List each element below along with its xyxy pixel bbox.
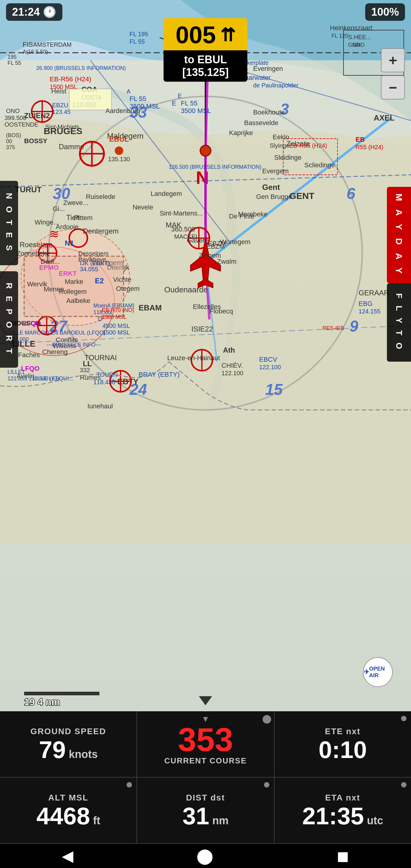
svg-text:N1: N1 — [65, 239, 74, 247]
battery-display: 100% — [365, 3, 405, 21]
report-button[interactable]: R E P O R T — [0, 271, 18, 368]
svg-text:EBG: EBG — [358, 300, 373, 307]
svg-text:LILLE MARCOQ EN BAROEUL (LFQO): LILLE MARCOQ EN BAROEUL (LFQO) — [9, 330, 105, 336]
svg-text:Sint-Michiels: Sint-Michiels — [45, 124, 79, 130]
svg-text:375: 375 — [6, 144, 15, 150]
svg-text:FL 195: FL 195 — [130, 31, 148, 37]
svg-text:Dadi...: Dadi... — [41, 258, 60, 265]
alt-unit: ft — [93, 814, 100, 827]
map-svg: 33 30 3 6 27 9 24 15 N BRUGES Mal — [0, 0, 411, 711]
home-button[interactable]: ⬤ — [196, 847, 213, 865]
svg-text:Scliedinge: Scliedinge — [304, 161, 335, 169]
svg-text:R55 (H24): R55 (H24) — [355, 144, 383, 150]
ete-value: 0:10 — [318, 738, 367, 762]
svg-text:LILLE1: LILLE1 — [7, 369, 25, 375]
svg-text:Aardenburg: Aardenburg — [105, 107, 140, 115]
svg-text:122.100: 122.100 — [221, 370, 243, 376]
svg-text:Sint-Martens...: Sint-Martens... — [160, 210, 203, 217]
svg-text:A: A — [127, 88, 131, 95]
svg-text:Gent: Gent — [262, 183, 280, 192]
mayday-button[interactable]: M A Y D A Y — [387, 187, 411, 283]
svg-text:BOSSY: BOSSY — [24, 137, 47, 145]
alt-value: 4468 — [36, 804, 90, 828]
svg-text:De Pinte: De Pinte — [229, 213, 254, 220]
zoom-in-button[interactable]: + — [381, 48, 405, 72]
svg-rect-211 — [24, 692, 99, 695]
time-display: 21:24 🕐 — [6, 3, 62, 21]
back-button[interactable]: ◀ — [62, 847, 73, 865]
svg-text:EB: EB — [355, 135, 365, 143]
svg-text:AMSTERDAM: AMSTERDAM — [33, 41, 72, 48]
svg-text:Leuze-en-Hainaut: Leuze-en-Hainaut — [167, 354, 220, 362]
current-course-value: 353 — [178, 723, 233, 756]
svg-text:Vichte: Vichte — [113, 276, 131, 283]
svg-text:Slyinge: Slyinge — [270, 142, 290, 149]
eta-unit: utc — [367, 814, 383, 827]
alt-dot — [127, 782, 132, 787]
svg-text:EB-R70 (NO): EB-R70 (NO) — [102, 307, 134, 313]
svg-text:Nevele: Nevele — [133, 204, 153, 211]
alt-msl-cell: ALT MSL 4468 ft — [0, 778, 137, 843]
openair-button[interactable]: ✈OPEN AIR — [363, 657, 393, 687]
openair-label: OPEN AIR — [369, 665, 392, 679]
map-container[interactable]: 33 30 3 6 27 9 24 15 N BRUGES Mal — [0, 0, 411, 711]
dist-label: DIST dst — [186, 793, 225, 803]
notes-button[interactable]: N O T E S — [0, 181, 18, 265]
ground-speed-value: 79 — [39, 738, 66, 762]
heading-chevrons-icon: ⇈ — [220, 24, 235, 45]
svg-text:Chereng: Chereng — [42, 348, 67, 355]
svg-text:RES-IEB: RES-IEB — [322, 325, 344, 331]
svg-text:1500 MSL: 1500 MSL — [102, 329, 130, 336]
heading-number: 005 ⇈ — [164, 18, 247, 50]
svg-text:Landegem: Landegem — [151, 190, 182, 197]
svg-text:399.500: 399.500 — [4, 115, 26, 121]
svg-text:2500 MSL: 2500 MSL — [102, 314, 127, 320]
svg-text:LILLE LESQUI...: LILLE LESQUI... — [33, 375, 73, 381]
svg-text:EB-R55 (H24): EB-R55 (H24) — [289, 142, 327, 149]
nav-bar: ◀ ⬤ ◼ — [0, 844, 411, 868]
svg-text:34.055: 34.055 — [80, 266, 98, 273]
eta-dot — [401, 782, 407, 787]
svg-point-81 — [115, 147, 123, 155]
recent-apps-button[interactable]: ◼ — [337, 847, 349, 865]
svg-text:CHIÉV.: CHIÉV. — [221, 362, 243, 369]
svg-text:Faches: Faches — [18, 351, 40, 359]
eta-label: ETA nxt — [325, 793, 360, 803]
svg-text:E: E — [172, 99, 176, 107]
svg-text:EBAM: EBAM — [138, 303, 162, 312]
ground-speed-unit: knots — [69, 748, 98, 761]
svg-text:135.130: 135.130 — [108, 156, 130, 162]
eta-value: 21:35 — [302, 804, 364, 828]
instrument-row-1: GROUND SPEED 79 knots ▼ ⬤ 353 CURRENT CO… — [0, 711, 411, 778]
heading-box: 005 ⇈ to EBUL [135.125] — [164, 18, 247, 82]
svg-text:6: 6 — [347, 185, 355, 202]
heading-value: 005 — [176, 21, 216, 49]
svg-text:EBUL: EBUL — [109, 135, 129, 143]
svg-text:Heinkenszaart: Heinkenszaart — [330, 24, 373, 32]
current-course-label: CURRENT COURSE — [164, 756, 247, 766]
svg-text:Iunehaul: Iunehaul — [87, 402, 113, 410]
svg-text:EBZU: EBZU — [52, 102, 68, 108]
svg-text:15: 15 — [265, 381, 283, 398]
zoom-out-button[interactable]: − — [381, 75, 405, 99]
svg-text:Boekhoute: Boekhoute — [253, 108, 285, 116]
svg-text:FL 55: FL 55 — [181, 99, 197, 107]
instrument-row-2: ALT MSL 4468 ft DIST dst 31 nm ETA nxt 2… — [0, 778, 411, 844]
svg-text:Kaprijke: Kaprijke — [229, 129, 253, 136]
svg-text:Ruiselede: Ruiselede — [86, 193, 116, 200]
svg-text:ONO: ONO — [6, 107, 20, 114]
svg-text:Dentergem: Dentergem — [83, 227, 119, 235]
svg-text:Zweve...: Zweve... — [63, 199, 88, 207]
svg-text:(BOS): (BOS) — [6, 132, 21, 138]
ete-nxt-cell: ETE nxt 0:10 — [275, 711, 411, 777]
svg-text:Ardooie: Ardooie — [56, 223, 78, 230]
svg-text:FL 55: FL 55 — [130, 95, 146, 102]
svg-text:E: E — [178, 93, 182, 99]
svg-text:A(16.5.50): A(16.5.50) — [23, 49, 48, 55]
battery-value: 100% — [371, 6, 399, 18]
svg-text:FL 55: FL 55 — [130, 38, 145, 45]
flyto-button[interactable]: F L Y T O — [387, 283, 411, 362]
svg-text:Evergem: Evergem — [262, 167, 289, 175]
dist-dot — [264, 782, 270, 787]
svg-text:BRAY (EBTY): BRAY (EBTY) — [138, 371, 180, 378]
